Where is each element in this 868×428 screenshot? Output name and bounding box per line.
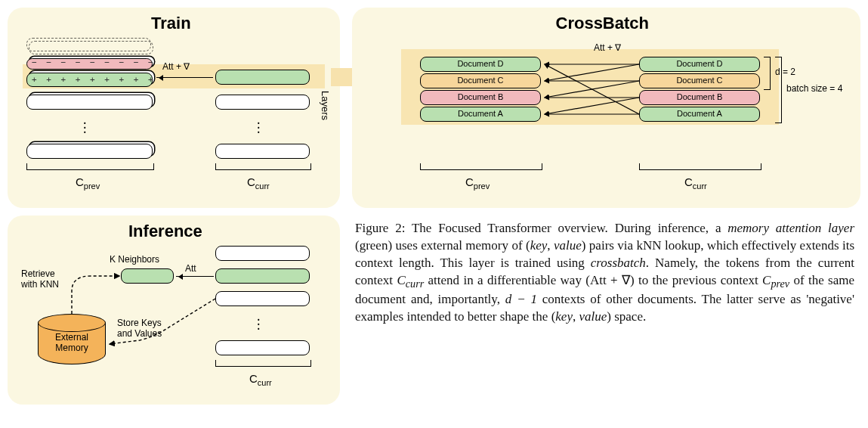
doc-bar: Document B — [420, 90, 541, 105]
att-gradient-label: Att + ∇ — [162, 61, 190, 72]
cprev-label: Cprev — [76, 175, 100, 191]
att-gradient-label: Att + ∇ — [594, 42, 621, 53]
doc-bar: Document A — [420, 107, 541, 122]
placeholder-bar — [29, 41, 153, 54]
context-bar — [26, 95, 153, 110]
batch-brace — [775, 57, 782, 123]
neg-symbols: − − − − − − − − − — [32, 57, 156, 67]
doc-bar: Document B — [639, 90, 760, 105]
ccurr-label: Ccurr — [684, 175, 707, 191]
cprev-label: Cprev — [465, 175, 490, 191]
vdots-icon: ··· — [83, 121, 87, 135]
train-title: Train — [151, 14, 191, 33]
crossbatch-title: CrossBatch — [556, 14, 649, 33]
pos-symbols: + + + + + + + + + — [32, 75, 156, 85]
svg-line-5 — [545, 98, 639, 114]
att-arrow — [156, 77, 213, 78]
ccurr-bracket — [215, 163, 311, 170]
dashed-paths — [8, 216, 340, 405]
d-brace — [764, 57, 771, 90]
crossbatch-panel: CrossBatch Document D Document C Documen… — [352, 8, 860, 208]
svg-line-1 — [545, 64, 639, 81]
inference-panel: Inference ··· Ccurr K Neighbors Att Exte… — [8, 216, 340, 405]
curr-bar-green — [215, 70, 310, 85]
train-panel: Train − − − − − − − − − + + + + + + + + … — [8, 8, 340, 208]
cross-attention-arrows — [541, 57, 639, 125]
ccurr-label: Ccurr — [247, 175, 270, 191]
svg-line-7 — [545, 64, 639, 114]
layers-label: Layers — [320, 91, 331, 120]
curr-bar — [215, 95, 310, 110]
ccurr-bracket — [639, 163, 761, 170]
batch-size-label: batch size = 4 — [786, 83, 842, 94]
context-bar — [26, 144, 153, 159]
doc-bar: Document D — [639, 57, 760, 72]
doc-bar: Document D — [420, 57, 541, 72]
figure-label: Figure 2: — [355, 221, 405, 235]
cprev-bracket — [26, 163, 154, 170]
doc-bar: Document C — [639, 73, 760, 88]
figure-caption: Figure 2: The Focused Transformer overvi… — [355, 216, 860, 326]
vdots-icon: ··· — [257, 121, 261, 135]
panel-arrow-stem — [331, 68, 354, 86]
doc-bar: Document A — [639, 107, 760, 122]
curr-bar — [215, 144, 310, 159]
doc-bar: Document C — [420, 73, 541, 88]
cprev-bracket — [420, 163, 542, 170]
